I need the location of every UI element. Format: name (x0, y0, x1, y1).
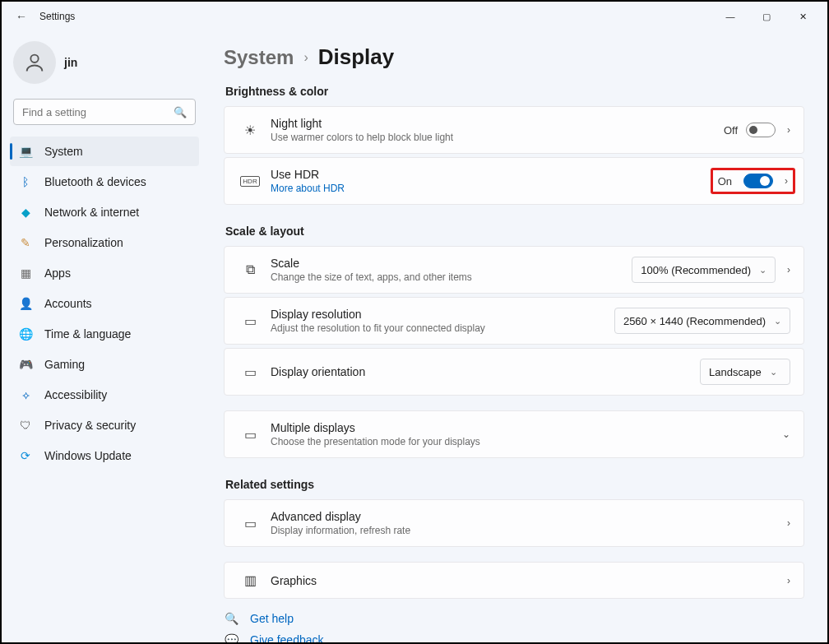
nav-icon: ᛒ (18, 175, 33, 188)
search-input-wrapper[interactable]: 🔍 (13, 99, 196, 125)
maximize-button[interactable]: ▢ (748, 4, 785, 29)
breadcrumb-current: Display (318, 44, 395, 70)
give-feedback-label: Give feedback (250, 633, 324, 642)
multiple-displays-title: Multiple displays (271, 421, 782, 434)
section-heading-related: Related settings (225, 478, 804, 491)
breadcrumb-parent[interactable]: System (224, 46, 294, 69)
sidebar-item-label: Gaming (44, 358, 85, 371)
hdr-row[interactable]: HDR Use HDR More about HDR On › (224, 157, 804, 205)
help-icon: 🔍 (224, 612, 239, 625)
avatar (13, 41, 56, 84)
night-light-sub: Use warmer colors to help block blue lig… (271, 132, 724, 143)
scale-title: Scale (271, 257, 632, 270)
get-help-link[interactable]: 🔍 Get help (224, 612, 804, 625)
resolution-select[interactable]: 2560 × 1440 (Recommended) ⌄ (614, 308, 790, 334)
search-input[interactable] (22, 106, 174, 118)
night-light-icon: ☀ (238, 123, 262, 138)
sidebar-item-label: Windows Update (44, 449, 132, 462)
nav-icon: ⟳ (18, 449, 33, 462)
advanced-display-sub: Display information, refresh rate (271, 525, 787, 536)
sidebar-item-label: Privacy & security (44, 419, 136, 432)
user-profile[interactable]: jin (13, 41, 196, 84)
chevron-right-icon[interactable]: › (787, 124, 790, 136)
chevron-right-icon[interactable]: › (785, 175, 788, 187)
orientation-select[interactable]: Landscape ⌄ (700, 359, 790, 385)
scale-select[interactable]: 100% (Recommended) ⌄ (632, 257, 776, 283)
chevron-right-icon[interactable]: › (787, 575, 790, 586)
sidebar-item-label: Apps (44, 266, 71, 280)
nav-icon: 👤 (18, 297, 33, 310)
search-icon: 🔍 (174, 106, 187, 118)
sidebar-item-gaming[interactable]: 🎮Gaming (10, 350, 199, 379)
chevron-right-icon[interactable]: › (787, 517, 790, 529)
graphics-icon: ▥ (238, 572, 262, 588)
chevron-down-icon: ⌄ (770, 367, 777, 378)
chevron-right-icon[interactable]: › (787, 264, 790, 276)
nav-icon: 🌐 (18, 327, 33, 341)
hdr-toggle[interactable] (743, 174, 773, 188)
multiple-displays-icon: ▭ (238, 427, 262, 442)
nav-icon: ⟡ (18, 388, 33, 402)
resolution-icon: ▭ (238, 313, 262, 329)
sidebar-item-windows-update[interactable]: ⟳Windows Update (10, 441, 199, 470)
sidebar-item-accounts[interactable]: 👤Accounts (10, 289, 199, 318)
nav-icon: 🎮 (18, 358, 33, 371)
sidebar-item-label: Accessibility (44, 388, 107, 401)
give-feedback-link[interactable]: 💬 Give feedback (224, 633, 804, 642)
sidebar-item-privacy-security[interactable]: 🛡Privacy & security (10, 410, 199, 440)
user-name: jin (64, 56, 77, 69)
orientation-row[interactable]: ▭ Display orientation Landscape ⌄ (224, 348, 804, 396)
night-light-toggle[interactable] (746, 123, 776, 137)
hdr-highlight: On › (711, 168, 795, 194)
orientation-value: Landscape (709, 366, 762, 378)
feedback-icon: 💬 (224, 633, 239, 642)
hdr-state: On (718, 175, 732, 188)
nav-icon: 🛡 (18, 419, 33, 432)
chevron-down-icon: ⌄ (759, 265, 766, 276)
hdr-title: Use HDR (271, 168, 716, 181)
night-light-state: Off (724, 124, 738, 137)
graphics-title: Graphics (271, 574, 787, 587)
sidebar-item-label: Network & internet (44, 206, 139, 219)
sidebar-item-time-language[interactable]: 🌐Time & language (10, 319, 199, 349)
chevron-down-icon: ⌄ (774, 316, 781, 327)
night-light-title: Night light (271, 117, 724, 130)
chevron-right-icon: › (303, 50, 308, 65)
back-button[interactable]: ← (8, 10, 35, 23)
orientation-title: Display orientation (271, 365, 700, 378)
hdr-icon: HDR (238, 176, 262, 187)
section-heading-brightness: Brightness & color (225, 85, 804, 98)
night-light-row[interactable]: ☀ Night light Use warmer colors to help … (224, 106, 804, 154)
scale-sub: Change the size of text, apps, and other… (271, 271, 632, 283)
graphics-row[interactable]: ▥ Graphics › (224, 562, 804, 599)
sidebar-item-label: Time & language (44, 327, 131, 341)
multiple-displays-row[interactable]: ▭ Multiple displays Choose the presentat… (224, 410, 804, 458)
svg-point-0 (30, 55, 38, 63)
sidebar-item-personalization[interactable]: ✎Personalization (10, 228, 199, 257)
multiple-displays-sub: Choose the presentation mode for your di… (271, 436, 782, 447)
sidebar-item-label: Accounts (44, 297, 92, 310)
chevron-down-icon[interactable]: ⌄ (782, 429, 790, 440)
minimize-button[interactable]: — (712, 4, 748, 29)
resolution-row[interactable]: ▭ Display resolution Adjust the resoluti… (224, 297, 804, 345)
scale-value: 100% (Recommended) (641, 264, 751, 276)
sidebar-item-apps[interactable]: ▦Apps (10, 258, 199, 288)
resolution-title: Display resolution (271, 308, 614, 321)
sidebar-item-bluetooth-devices[interactable]: ᛒBluetooth & devices (10, 167, 199, 197)
sidebar-item-label: Personalization (44, 236, 123, 249)
sidebar-item-network-internet[interactable]: ◆Network & internet (10, 197, 199, 227)
sidebar-item-accessibility[interactable]: ⟡Accessibility (10, 380, 199, 410)
sidebar-item-label: System (44, 145, 83, 158)
nav-icon: ✎ (18, 236, 33, 249)
get-help-label: Get help (250, 612, 294, 625)
window-title: Settings (39, 11, 75, 22)
scale-icon: ⧉ (238, 262, 262, 277)
sidebar-item-label: Bluetooth & devices (44, 175, 146, 188)
resolution-sub: Adjust the resolution to fit your connec… (271, 322, 614, 334)
resolution-value: 2560 × 1440 (Recommended) (623, 315, 766, 327)
advanced-display-row[interactable]: ▭ Advanced display Display information, … (224, 499, 804, 547)
close-button[interactable]: ✕ (785, 4, 821, 29)
sidebar-item-system[interactable]: 💻System (10, 137, 199, 166)
hdr-more-link[interactable]: More about HDR (271, 183, 716, 194)
scale-row[interactable]: ⧉ Scale Change the size of text, apps, a… (224, 246, 804, 294)
